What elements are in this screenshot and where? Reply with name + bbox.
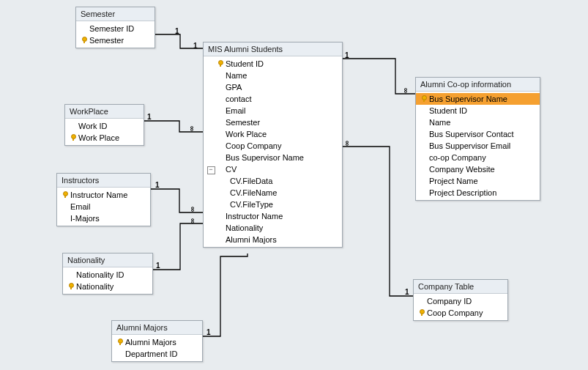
field[interactable]: Instructor Name bbox=[204, 210, 342, 222]
cardinality-one: 1 bbox=[156, 262, 160, 270]
cardinality-one: 1 bbox=[206, 328, 211, 336]
field-label: Semester bbox=[89, 35, 124, 45]
field-label: CV.FileData bbox=[230, 176, 272, 186]
entity-body: Semester ID Semester bbox=[76, 21, 155, 48]
key-icon bbox=[81, 37, 88, 43]
cardinality-one: 1 bbox=[345, 51, 349, 59]
field-label: Project Description bbox=[429, 188, 496, 198]
field[interactable]: Alumni Majors bbox=[112, 336, 202, 348]
field[interactable]: Instructor Name bbox=[57, 189, 150, 201]
entity-title: Company Table bbox=[414, 280, 507, 294]
field-label: co-op Company bbox=[429, 152, 486, 163]
field[interactable]: I-Majors bbox=[57, 212, 150, 224]
field[interactable]: GPA bbox=[204, 81, 342, 93]
field[interactable]: Email bbox=[204, 105, 342, 116]
field[interactable]: Student ID bbox=[416, 105, 540, 116]
field[interactable]: Name bbox=[204, 70, 342, 81]
field[interactable]: CV.FileData bbox=[204, 175, 342, 187]
entity-instructors[interactable]: Instructors Instructor Name Email I-Majo… bbox=[56, 173, 151, 226]
field-label: Bus Supervisor Name bbox=[226, 152, 304, 163]
key-icon bbox=[217, 60, 224, 67]
field-label: Semester ID bbox=[89, 23, 134, 34]
field[interactable]: Alumni Majors bbox=[204, 234, 342, 245]
field-label: Company Website bbox=[429, 164, 495, 174]
cardinality-one: 1 bbox=[193, 42, 198, 50]
key-icon bbox=[70, 134, 77, 141]
field[interactable]: Project Description bbox=[416, 187, 540, 199]
field[interactable]: Department ID bbox=[112, 348, 202, 360]
field[interactable]: Coop Company bbox=[204, 140, 342, 152]
field-label: Department ID bbox=[125, 349, 178, 359]
field[interactable]: Work ID bbox=[65, 120, 144, 132]
field[interactable]: Nationality bbox=[204, 222, 342, 234]
field-label: Email bbox=[70, 201, 91, 212]
field[interactable]: Name bbox=[416, 116, 540, 128]
cardinality-many: ∞ bbox=[343, 141, 351, 146]
field[interactable]: Bus Supervisor Contact bbox=[416, 128, 540, 140]
field-label: contact bbox=[226, 94, 251, 104]
entity-body: Student ID Name GPA contact Email Semest… bbox=[204, 56, 342, 247]
field[interactable]: Bus Supervisor Name bbox=[204, 152, 342, 163]
field-label: Company ID bbox=[427, 296, 472, 306]
field[interactable]: Nationality ID bbox=[63, 269, 152, 281]
key-icon bbox=[421, 95, 428, 102]
entity-nationality[interactable]: Nationality Nationality ID Nationality bbox=[62, 253, 153, 295]
field-label: Work Place bbox=[226, 129, 267, 139]
field[interactable]: CV.FileType bbox=[204, 199, 342, 210]
entity-body: Instructor Name Email I-Majors bbox=[57, 188, 150, 226]
field-label: Nationality bbox=[76, 281, 113, 292]
entity-mis-alumni-students[interactable]: MIS Alumni Students Student ID Name GPA … bbox=[203, 42, 343, 248]
field-label: I-Majors bbox=[70, 213, 100, 223]
entity-body: Nationality ID Nationality bbox=[63, 267, 152, 294]
cardinality-one: 1 bbox=[147, 113, 152, 121]
field[interactable]: Work Place bbox=[65, 132, 144, 144]
cardinality-many: ∞ bbox=[189, 207, 197, 212]
erd-canvas: 1 1 1 ∞ 1 ∞ 1 ∞ 1 1 ∞ ∞ 1 Semester Semes… bbox=[0, 0, 588, 370]
field[interactable]: co-op Company bbox=[416, 152, 540, 163]
field-label: Bus Suppervisor Email bbox=[429, 141, 510, 151]
entity-title: Nationality bbox=[63, 254, 152, 267]
field-expandable[interactable]: −CV bbox=[204, 163, 342, 175]
field[interactable]: CV.FileName bbox=[204, 187, 342, 199]
entity-body: Bus Supervisor Name Student ID Name Bus … bbox=[416, 92, 540, 200]
entity-title: Semester bbox=[76, 7, 155, 21]
field-label: Alumni Majors bbox=[226, 234, 277, 245]
field[interactable]: Bus Supervisor Name bbox=[416, 93, 540, 105]
field[interactable]: Company ID bbox=[414, 295, 507, 307]
field[interactable]: Company Website bbox=[416, 163, 540, 175]
field[interactable]: Work Place bbox=[204, 128, 342, 140]
field[interactable]: Student ID bbox=[204, 58, 342, 70]
field[interactable]: Semester bbox=[76, 34, 155, 46]
key-icon bbox=[68, 283, 75, 289]
field-label: Nationality bbox=[226, 223, 263, 233]
cardinality-many: ∞ bbox=[188, 126, 196, 131]
field[interactable]: Coop Company bbox=[414, 307, 507, 319]
field-label: Work Place bbox=[78, 133, 119, 143]
field-label: GPA bbox=[226, 82, 242, 92]
entity-semester[interactable]: Semester Semester ID Semester bbox=[75, 7, 155, 48]
field-label: Instructor Name bbox=[70, 190, 127, 200]
entity-alumni-coop-information[interactable]: Alumni Co-op information Bus Supervisor … bbox=[415, 77, 540, 201]
field-label: Work ID bbox=[78, 121, 108, 131]
field-label: Alumni Majors bbox=[125, 337, 176, 347]
key-icon bbox=[117, 338, 124, 345]
field-label: Name bbox=[429, 117, 450, 127]
entity-company-table[interactable]: Company Table Company ID Coop Company bbox=[413, 279, 508, 321]
field[interactable]: Email bbox=[57, 201, 150, 212]
entity-alumni-majors[interactable]: Alumni Majors Alumni Majors Department I… bbox=[111, 320, 203, 362]
field[interactable]: Nationality bbox=[63, 281, 152, 292]
field-label: Coop Company bbox=[226, 141, 281, 151]
entity-workplace[interactable]: WorkPlace Work ID Work Place bbox=[64, 104, 144, 146]
field-label: Semester bbox=[226, 117, 260, 127]
field-label: Instructor Name bbox=[226, 211, 283, 221]
entity-body: Company ID Coop Company bbox=[414, 294, 507, 320]
key-icon bbox=[419, 309, 425, 316]
field[interactable]: Semester ID bbox=[76, 23, 155, 34]
entity-title: Instructors bbox=[57, 174, 150, 188]
field-label: Student ID bbox=[429, 106, 467, 116]
field[interactable]: Bus Suppervisor Email bbox=[416, 140, 540, 152]
collapse-icon[interactable]: − bbox=[207, 166, 215, 174]
field[interactable]: contact bbox=[204, 93, 342, 105]
field[interactable]: Semester bbox=[204, 116, 342, 128]
field[interactable]: Project Name bbox=[416, 175, 540, 187]
